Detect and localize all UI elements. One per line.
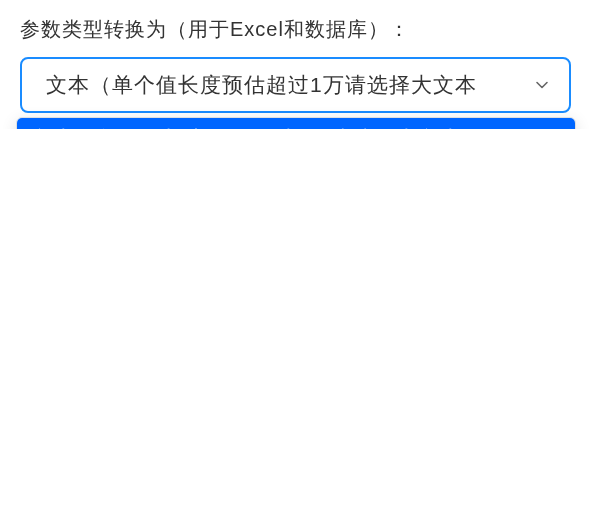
dropdown-option-text[interactable]: 文本（单个值长度预估超过1万请选择大文本）	[17, 118, 575, 129]
param-type-dropdown: 文本（单个值长度预估超过1万请选择大文本） 整数（位数在9位以内） 浮点数（小数…	[16, 117, 576, 129]
param-type-label: 参数类型转换为（用于Excel和数据库）：	[20, 16, 591, 43]
chevron-down-icon	[535, 78, 549, 92]
select-current-value: 文本（单个值长度预估超过1万请选择大文本	[46, 71, 527, 99]
param-type-select[interactable]: 文本（单个值长度预估超过1万请选择大文本	[20, 57, 571, 113]
param-type-select-wrapper: 文本（单个值长度预估超过1万请选择大文本 文本（单个值长度预估超过1万请选择大文…	[20, 57, 571, 113]
